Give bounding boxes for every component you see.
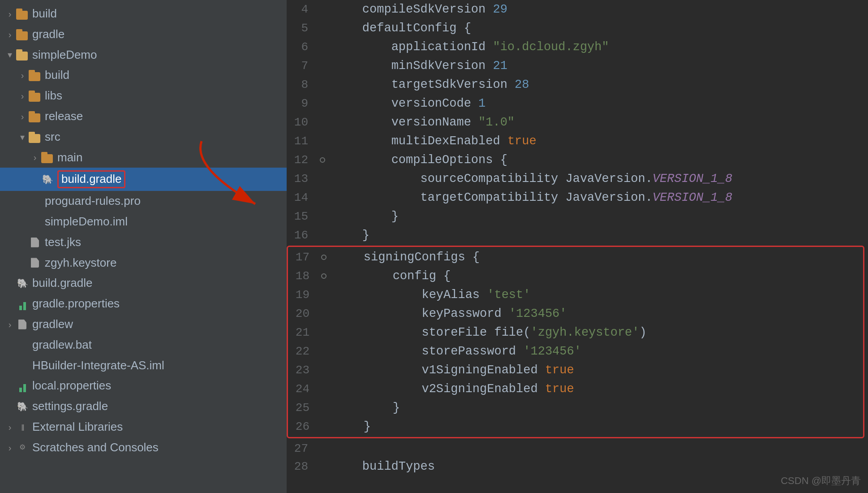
sidebar-item-label: proguard-rules.pro [45,194,141,209]
code-line-5: 5 defaultConfig { [287,19,868,38]
code-content[interactable]: 4 compileSdkVersion 29 5 defaultConfig {… [287,0,868,493]
sidebar-item-gradle[interactable]: gradle [0,24,287,45]
sidebar-item-main[interactable]: main [0,147,287,168]
gutter [315,207,330,226]
line-number: 6 [287,38,315,56]
sidebar-item-hbuilder-iml[interactable]: HBuilder-Integrate-AS.iml [0,355,287,376]
gutter [315,151,330,169]
code-line-20: 20 keyPassword '123456' [288,304,863,323]
code-text: } [330,226,868,245]
sidebar-item-src[interactable]: src [0,127,287,147]
sidebar-item-simpledemo-iml[interactable]: simpleDemo.iml [0,212,287,232]
line-number: 8 [287,75,315,94]
gutter [315,226,330,245]
sidebar-item-test-jks[interactable]: test.jks [0,232,287,253]
sidebar-item-label: build [45,68,69,83]
line-number: 13 [287,169,315,188]
code-line-26: 26 } [288,417,863,436]
code-line-22: 22 storePassword '123456' [288,342,863,361]
chevron-icon [5,8,14,20]
sidebar-item-gradlew[interactable]: gradlew [0,314,287,335]
line-number: 17 [288,248,317,267]
chart-icon [16,298,29,310]
sidebar-item-build-child[interactable]: build [0,65,287,86]
code-line-11: 11 multiDexEnabled true [287,132,868,151]
gutter [317,248,331,267]
line-number: 7 [287,56,315,75]
code-text: } [330,207,868,226]
sidebar-item-scratches[interactable]: Scratches and Consoles [0,437,287,458]
sidebar-item-gradlew-bat[interactable]: gradlew.bat [0,335,287,355]
sidebar-item-local-properties[interactable]: local.properties [0,376,287,396]
gutter [317,417,331,436]
gutter [315,169,330,188]
gradle-icon [16,277,29,290]
code-line-18: 18 config { [288,267,863,285]
signing-config-highlight-box: 17 signingConfigs { 18 config { 19 keyAl… [287,246,864,438]
scratches-icon [16,441,29,454]
sidebar-item-build-top[interactable]: build [0,4,287,24]
sidebar-item-label: build [32,6,57,22]
sidebar-item-simpleDemo[interactable]: simpleDemo [0,45,287,65]
code-line-28: 28 buildTypes [287,457,868,476]
sidebar-item-label: gradlew.bat [32,337,92,353]
code-text: config { [331,267,863,285]
sidebar-item-gradle-properties[interactable]: gradle.properties [0,294,287,314]
folder-open-icon [16,48,29,61]
sidebar-item-label: settings.gradle [32,399,108,414]
gutter-dot [321,273,327,279]
code-text: buildTypes [330,457,868,476]
sidebar-item-release[interactable]: release [0,106,287,127]
gutter [317,342,331,361]
chevron-icon [18,69,27,81]
code-text: keyAlias 'test' [331,285,863,304]
folder-icon [16,8,29,20]
gutter [315,19,330,38]
sidebar-item-build-gradle-root[interactable]: build.gradle [0,273,287,294]
chevron-icon [5,421,14,433]
code-text: targetSdkVersion 28 [330,75,868,94]
gutter [315,38,330,56]
code-text: minSdkVersion 21 [330,56,868,75]
sidebar-item-label: test.jks [45,235,81,250]
sidebar-item-libs[interactable]: libs [0,86,287,106]
code-text: storePassword '123456' [331,342,863,361]
gutter [317,323,331,342]
sidebar-item-label: gradle [32,27,64,42]
code-line-25: 25 } [288,398,863,417]
folder-icon [29,69,41,82]
line-number: 15 [287,207,315,226]
folder-icon [29,110,41,123]
sidebar-item-build-gradle[interactable]: build.gradle [0,168,287,191]
code-line-17: 17 signingConfigs { [288,248,863,267]
line-number: 12 [287,151,315,169]
chevron-icon [30,151,39,163]
sidebar-item-label: zgyh.keystore [45,255,116,271]
gutter [317,361,331,380]
sidebar-item-external-libraries[interactable]: External Libraries [0,417,287,437]
sidebar-item-label: build.gradle [57,170,125,188]
sidebar-item-label: simpleDemo [32,48,97,63]
code-line-16: 16 } [287,226,868,245]
sidebar-item-settings-gradle[interactable]: settings.gradle [0,396,287,417]
line-number: 20 [288,304,317,323]
gutter [315,188,330,207]
file-icon [29,236,41,249]
file-icon [16,318,29,331]
chevron-icon [5,442,14,454]
sidebar-item-proguard[interactable]: proguard-rules.pro [0,191,287,212]
chart-icon [16,380,29,392]
file-tree-panel: build gradle simpleDemo build libs relea… [0,0,287,493]
code-text: versionCode 1 [330,94,868,113]
sidebar-item-label: main [57,150,82,165]
code-line-12: 12 compileOptions { [287,151,868,169]
sidebar-item-zgyh-keystore[interactable]: zgyh.keystore [0,253,287,273]
line-number: 21 [288,323,317,342]
gradle-icon [41,173,54,186]
chevron-icon [5,49,14,61]
gutter [317,304,331,323]
code-line-4: 4 compileSdkVersion 29 [287,0,868,19]
gutter [317,398,331,417]
sidebar-item-label: gradlew [32,317,73,332]
chevron-icon [18,90,27,102]
